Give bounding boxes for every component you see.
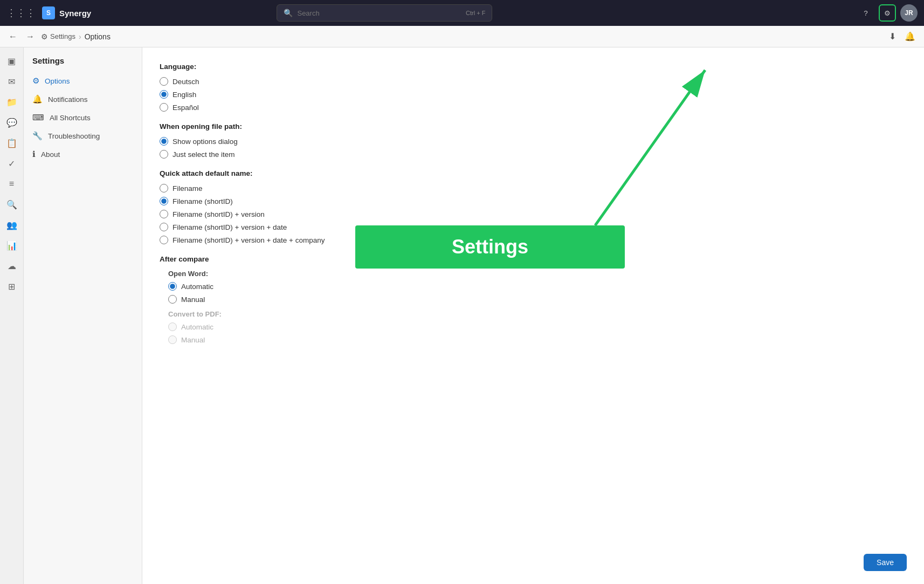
download-button[interactable]: ⬇	[887, 29, 898, 44]
language-section: Language: Deutsch English Español	[160, 63, 907, 112]
search-bar[interactable]: 🔍 Ctrl + F	[277, 4, 492, 22]
quick-attach-shortid-radio[interactable]	[160, 197, 168, 205]
sidebar-search-btn[interactable]: 🔍	[3, 195, 21, 214]
after-compare-label: After compare	[160, 255, 907, 263]
help-button[interactable]: ?	[857, 4, 874, 22]
quick-attach-shortid-version-date[interactable]: Filename (shortID) + version + date	[160, 223, 907, 231]
back-button[interactable]: ←	[6, 30, 19, 44]
breadcrumb: ⚙ Settings › Options	[41, 32, 882, 41]
icon-sidebar: ▣ ✉ 📁 💬 📋 ✓ ≡ 🔍 👥 📊 ☁ ⊞	[0, 47, 24, 584]
language-espanol-label: Español	[173, 104, 199, 112]
language-deutsch[interactable]: Deutsch	[160, 77, 907, 86]
sidebar-item-notifications[interactable]: 🔔 Notifications	[24, 90, 142, 108]
language-deutsch-label: Deutsch	[173, 78, 199, 86]
shortcuts-icon: ⌨	[32, 113, 44, 122]
search-input[interactable]	[297, 9, 461, 17]
convert-pdf-automatic-label: Automatic	[181, 323, 213, 331]
sidebar-cloud-btn[interactable]: ☁	[3, 257, 21, 275]
language-english-radio[interactable]	[160, 90, 168, 99]
user-avatar[interactable]: JR	[900, 4, 918, 22]
convert-pdf-manual-radio	[168, 335, 177, 344]
quick-attach-shortid-version-date-label: Filename (shortID) + version + date	[173, 223, 287, 231]
file-path-show-dialog-radio[interactable]	[160, 137, 168, 146]
sidebar-users-btn[interactable]: 👥	[3, 216, 21, 234]
settings-button[interactable]: ⚙	[879, 4, 896, 22]
quick-attach-filename[interactable]: Filename	[160, 184, 907, 193]
search-icon: 🔍	[284, 9, 293, 17]
grid-icon[interactable]: ⋮⋮⋮	[6, 7, 36, 19]
language-english[interactable]: English	[160, 90, 907, 99]
navbar-right: ⬇ 🔔	[887, 29, 918, 44]
file-path-select-item-label: Just select the item	[173, 150, 235, 159]
settings-title: Settings	[24, 56, 142, 72]
open-word-manual[interactable]: Manual	[168, 295, 907, 304]
file-path-label: When opening file path:	[160, 122, 907, 130]
open-word-automatic-radio[interactable]	[168, 282, 177, 291]
quick-attach-shortid-version-date-radio[interactable]	[160, 223, 168, 231]
sidebar-item-options[interactable]: ⚙ Options	[24, 72, 142, 90]
convert-pdf-automatic-radio	[168, 322, 177, 331]
quick-attach-shortid-label: Filename (shortID)	[173, 197, 233, 205]
open-word-automatic-label: Automatic	[181, 283, 213, 291]
sidebar-panel-btn[interactable]: ▣	[3, 52, 21, 70]
about-icon: ℹ	[32, 149, 36, 159]
file-path-show-dialog[interactable]: Show options dialog	[160, 137, 907, 146]
sidebar-item-troubleshooting[interactable]: 🔧 Troubleshooting	[24, 127, 142, 145]
options-icon: ⚙	[32, 76, 39, 86]
quick-attach-shortid-version-label: Filename (shortID) + version	[173, 210, 265, 218]
open-word-manual-radio[interactable]	[168, 295, 177, 304]
language-espanol-radio[interactable]	[160, 103, 168, 112]
sidebar-item-options-label: Options	[45, 77, 70, 85]
open-word-group: Open Word: Automatic Manual	[160, 270, 907, 304]
main-layout: ▣ ✉ 📁 💬 📋 ✓ ≡ 🔍 👥 📊 ☁ ⊞ Settings ⚙ Optio…	[0, 47, 924, 584]
navbar: ← → ⚙ Settings › Options ⬇ 🔔	[0, 26, 924, 47]
sidebar-item-notifications-label: Notifications	[48, 95, 88, 104]
breadcrumb-settings[interactable]: ⚙ Settings	[41, 32, 75, 41]
language-english-label: English	[173, 91, 196, 99]
convert-pdf-label: Convert to PDF:	[168, 310, 907, 318]
sidebar-list-btn[interactable]: 📋	[3, 134, 21, 152]
settings-sidebar: Settings ⚙ Options 🔔 Notifications ⌨ All…	[24, 47, 142, 584]
quick-attach-shortid-version-date-company[interactable]: Filename (shortID) + version + date + co…	[160, 236, 907, 244]
forward-button[interactable]: →	[24, 30, 37, 44]
sidebar-check-btn[interactable]: ✓	[3, 154, 21, 173]
sidebar-item-shortcuts-label: All Shortcuts	[50, 114, 91, 122]
file-path-select-item-radio[interactable]	[160, 150, 168, 159]
notifications-icon: 🔔	[32, 94, 43, 104]
quick-attach-filename-label: Filename	[173, 184, 203, 193]
breadcrumb-separator: ›	[79, 32, 81, 41]
quick-attach-filename-radio[interactable]	[160, 184, 168, 193]
after-compare-section: After compare Open Word: Automatic Manua…	[160, 255, 907, 344]
sidebar-layers-btn[interactable]: ≡	[3, 175, 21, 193]
sidebar-chat-btn[interactable]: 💬	[3, 113, 21, 132]
sidebar-grid-btn[interactable]: ⊞	[3, 277, 21, 296]
sidebar-inbox-btn[interactable]: ✉	[3, 72, 21, 91]
sidebar-item-about[interactable]: ℹ About	[24, 145, 142, 163]
save-button[interactable]: Save	[864, 554, 907, 571]
quick-attach-shortid-version[interactable]: Filename (shortID) + version	[160, 210, 907, 218]
troubleshooting-icon: 🔧	[32, 131, 43, 141]
sidebar-folder-btn[interactable]: 📁	[3, 93, 21, 111]
quick-attach-shortid-version-date-company-radio[interactable]	[160, 236, 168, 244]
quick-attach-shortid[interactable]: Filename (shortID)	[160, 197, 907, 205]
convert-pdf-group: Convert to PDF: Automatic Manual	[160, 310, 907, 344]
language-deutsch-radio[interactable]	[160, 77, 168, 86]
save-btn-container: Save	[864, 554, 907, 571]
sidebar-item-shortcuts[interactable]: ⌨ All Shortcuts	[24, 108, 142, 127]
breadcrumb-settings-label: Settings	[50, 32, 75, 40]
quick-attach-shortid-version-radio[interactable]	[160, 210, 168, 218]
notifications-button[interactable]: 🔔	[902, 29, 918, 44]
sidebar-item-troubleshooting-label: Troubleshooting	[48, 132, 100, 140]
quick-attach-section: Quick attach default name: Filename File…	[160, 169, 907, 244]
topbar-actions: ? ⚙ JR	[857, 4, 918, 22]
settings-breadcrumb-icon: ⚙	[41, 32, 48, 41]
language-espanol[interactable]: Español	[160, 103, 907, 112]
open-word-automatic[interactable]: Automatic	[168, 282, 907, 291]
language-label: Language:	[160, 63, 907, 71]
quick-attach-shortid-version-date-company-label: Filename (shortID) + version + date + co…	[173, 236, 325, 244]
file-path-show-dialog-label: Show options dialog	[173, 138, 238, 146]
sidebar-chart-btn[interactable]: 📊	[3, 236, 21, 255]
file-path-select-item[interactable]: Just select the item	[160, 150, 907, 159]
app-logo: S Synergy	[42, 6, 91, 19]
quick-attach-label: Quick attach default name:	[160, 169, 907, 177]
